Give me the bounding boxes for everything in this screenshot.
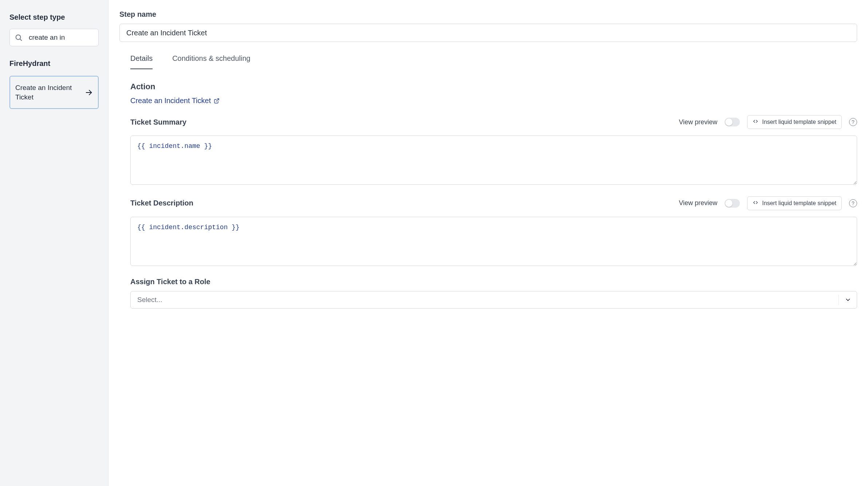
ticket-summary-insert-snippet-button[interactable]: Insert liquid template snippet <box>747 115 842 129</box>
search-icon <box>15 34 23 42</box>
assign-role-select[interactable]: Select... <box>130 291 857 309</box>
svg-line-1 <box>20 39 21 40</box>
code-brackets-icon <box>753 200 758 207</box>
ticket-summary-help-button[interactable]: ? <box>849 118 857 126</box>
arrow-right-icon <box>85 89 93 97</box>
action-link-text: Create an Incident Ticket <box>130 97 211 105</box>
sidebar: Select step type FireHydrant Create an I… <box>0 0 108 486</box>
ticket-summary-header: Ticket Summary View preview Insert liqui… <box>130 115 857 129</box>
action-heading: Action <box>130 82 857 91</box>
ticket-description-insert-snippet-label: Insert liquid template snippet <box>762 200 836 207</box>
ticket-description-preview-toggle[interactable] <box>725 199 740 208</box>
assign-role-section: Assign Ticket to a Role Select... <box>119 267 857 309</box>
ticket-description-textarea[interactable] <box>130 217 857 266</box>
ticket-summary-label: Ticket Summary <box>130 118 186 126</box>
step-type-option-label: Create an Incident Ticket <box>15 83 81 102</box>
ticket-description-insert-snippet-button[interactable]: Insert liquid template snippet <box>747 196 842 210</box>
ticket-description-header: Ticket Description View preview Insert l… <box>130 196 857 210</box>
step-name-label: Step name <box>119 10 857 19</box>
code-brackets-icon <box>753 118 758 126</box>
ticket-description-label: Ticket Description <box>130 199 193 207</box>
tabs: Details Conditions & scheduling <box>119 54 857 70</box>
assign-role-select-wrap: Select... <box>130 291 857 309</box>
assign-role-label: Assign Ticket to a Role <box>130 278 857 286</box>
step-name-input[interactable] <box>119 24 857 42</box>
ticket-summary-preview-toggle[interactable] <box>725 118 740 126</box>
help-icon: ? <box>852 200 855 206</box>
tab-details[interactable]: Details <box>130 54 153 69</box>
main-panel: Step name Details Conditions & schedulin… <box>108 0 868 486</box>
external-link-icon <box>214 98 220 104</box>
sidebar-group-title: FireHydrant <box>9 59 99 68</box>
ticket-description-help-button[interactable]: ? <box>849 199 857 207</box>
help-icon: ? <box>852 119 855 125</box>
ticket-summary-preview-label: View preview <box>679 118 718 126</box>
step-type-option-create-incident-ticket[interactable]: Create an Incident Ticket <box>9 76 99 109</box>
ticket-summary-insert-snippet-label: Insert liquid template snippet <box>762 119 836 125</box>
svg-line-3 <box>216 99 219 101</box>
assign-role-placeholder: Select... <box>137 296 162 304</box>
action-link[interactable]: Create an Incident Ticket <box>130 97 220 105</box>
tab-conditions-scheduling[interactable]: Conditions & scheduling <box>172 54 250 69</box>
chevron-down-icon <box>839 291 857 309</box>
search-input[interactable] <box>9 29 99 46</box>
ticket-description-preview-label: View preview <box>679 199 718 207</box>
ticket-description-section: Ticket Description View preview Insert l… <box>119 186 857 267</box>
search-field-wrap <box>9 29 99 46</box>
action-section: Action Create an Incident Ticket <box>119 70 857 105</box>
ticket-summary-textarea[interactable] <box>130 136 857 185</box>
ticket-summary-section: Ticket Summary View preview Insert liqui… <box>119 105 857 186</box>
sidebar-title: Select step type <box>9 13 99 21</box>
